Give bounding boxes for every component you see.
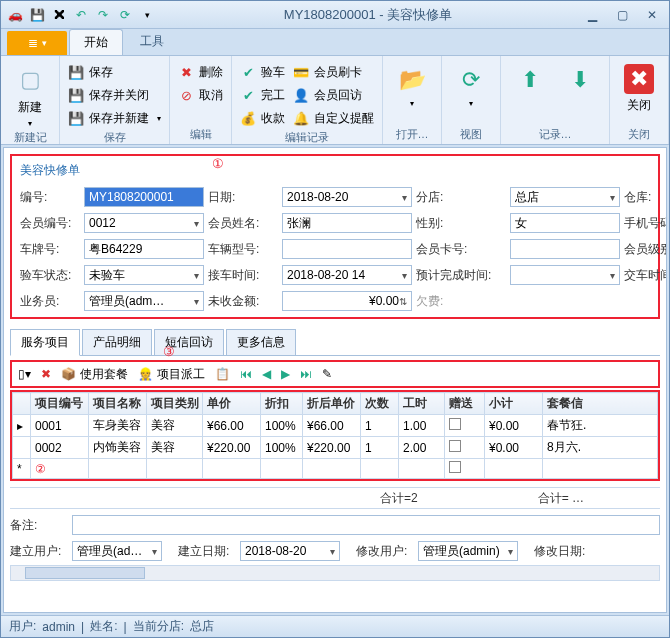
group-record-label: 编辑记录 — [240, 128, 374, 147]
save-button[interactable]: 💾保存 — [68, 62, 161, 82]
input-no[interactable]: MY1808200001 — [84, 187, 204, 207]
next-button[interactable]: ⬇ — [559, 60, 601, 96]
tab-service[interactable]: 服务项目 — [10, 329, 80, 356]
input-member-name[interactable]: 张澜 — [282, 213, 412, 233]
marker-2: ② — [35, 462, 46, 476]
tab-product[interactable]: 产品明细 — [82, 329, 152, 355]
input-card-no[interactable] — [510, 239, 620, 259]
marker-1: ① — [212, 156, 224, 171]
service-grid[interactable]: 项目编号项目名称项目类别 单价折扣折后单价 次数工时赠送 小计套餐信 ▸0001… — [12, 392, 658, 479]
input-member-no[interactable]: 0012▾ — [84, 213, 204, 233]
save-close-icon[interactable]: 🗙 — [51, 7, 67, 23]
new-label: 新建 — [18, 99, 42, 116]
chevron-down-icon: ▾ — [410, 99, 414, 108]
tab-tools[interactable]: 工具 — [125, 28, 179, 55]
add-icon: ▯▾ — [18, 367, 31, 381]
label-warehouse: 仓库: — [624, 189, 667, 206]
cancel-button[interactable]: ⊘取消 — [178, 85, 223, 105]
group-log-label: 记录… — [509, 125, 601, 144]
detail-tabs: 服务项目 产品明细 短信回访③ 更多信息 — [10, 329, 660, 356]
copy-button[interactable]: 📋 — [215, 367, 230, 381]
edit-button[interactable]: ✎ — [322, 367, 332, 381]
input-mod-user[interactable]: 管理员(admin)▾ — [418, 541, 518, 561]
input-remark[interactable] — [72, 515, 660, 535]
package-icon: 📦 — [61, 367, 76, 381]
undo-icon[interactable]: ↶ — [73, 7, 89, 23]
marker-3: ③ — [163, 344, 175, 359]
input-uncollected[interactable]: ¥0.00⇅ — [282, 291, 412, 311]
last-button[interactable]: ⏭ — [300, 367, 312, 381]
redo-icon[interactable]: ↷ — [95, 7, 111, 23]
app-menu-button[interactable]: ≣ ▾ — [7, 31, 67, 55]
chevron-down-icon: ▾ — [28, 119, 32, 128]
maximize-button[interactable]: ▢ — [611, 6, 633, 24]
input-model[interactable] — [282, 239, 412, 259]
open-button[interactable]: 📂▾ — [391, 60, 433, 108]
checkbox[interactable] — [449, 440, 461, 452]
new-button[interactable]: ▢ 新建 ▾ — [9, 60, 51, 128]
table-row-new[interactable]: *② — [13, 459, 658, 479]
label-due-time: 预计完成时间: — [416, 267, 506, 284]
visit-button[interactable]: 👤会员回访 — [293, 85, 374, 105]
card-button[interactable]: 💳会员刷卡 — [293, 62, 374, 82]
save-new-button[interactable]: 💾保存并新建▾ — [68, 108, 161, 128]
checkbox[interactable] — [449, 461, 461, 473]
input-check-state[interactable]: 未验车▾ — [84, 265, 204, 285]
close-button[interactable]: ✖关闭 — [618, 60, 660, 114]
label-member-no: 会员编号: — [20, 215, 80, 232]
label-create-user: 建立用户: — [10, 543, 66, 560]
label-plate: 车牌号: — [20, 241, 80, 258]
tab-more[interactable]: 更多信息 — [226, 329, 296, 355]
delete-row-button[interactable]: ✖ — [41, 367, 51, 381]
close-button[interactable]: ✕ — [641, 6, 663, 24]
input-plate[interactable]: 粤B64229 — [84, 239, 204, 259]
prev-button[interactable]: ⬆ — [509, 60, 551, 96]
input-sales[interactable]: 管理员(adm…▾ — [84, 291, 204, 311]
custom-button[interactable]: 🔔自定义提醒 — [293, 108, 374, 128]
summary-row: 合计=2 合计= … — [10, 487, 660, 509]
next-button[interactable]: ▶ — [281, 367, 290, 381]
tab-sms[interactable]: 短信回访③ — [154, 329, 224, 355]
input-branch[interactable]: 总店▾ — [510, 187, 620, 207]
status-branch: 总店 — [190, 618, 214, 635]
group-close-label: 关闭 — [618, 125, 660, 144]
delete-button[interactable]: ✖删除 — [178, 62, 223, 82]
add-row-button[interactable]: ▯▾ — [18, 367, 31, 381]
chevron-down-icon: ▾ — [42, 38, 47, 48]
label-no: 编号: — [20, 189, 80, 206]
label-phone: 手机号码 — [624, 215, 667, 232]
chevron-down-icon: ▾ — [610, 192, 615, 203]
group-save-label: 保存 — [68, 128, 161, 147]
footer-form: 备注: 建立用户: 管理员(ad…▾ 建立日期: 2018-08-20▾ 修改用… — [10, 515, 660, 561]
table-row[interactable]: ▸0001车身美容美容 ¥66.00100%¥66.00 11.00 ¥0.00… — [13, 415, 658, 437]
minimize-button[interactable]: ▁ — [581, 6, 603, 24]
save-icon[interactable]: 💾 — [29, 7, 45, 23]
prev-icon: ◀ — [262, 367, 271, 381]
input-due-time[interactable]: ▾ — [510, 265, 620, 285]
first-button[interactable]: ⏮ — [240, 367, 252, 381]
refresh-icon[interactable]: ⟳ — [117, 7, 133, 23]
scroll-thumb[interactable] — [25, 567, 145, 579]
label-recv-time: 接车时间: — [208, 267, 278, 284]
table-row[interactable]: 0002内饰美容美容 ¥220.00100%¥220.00 12.00 ¥0.0… — [13, 437, 658, 459]
checkbox[interactable] — [449, 418, 461, 430]
check-button[interactable]: ✔验车 — [240, 62, 285, 82]
input-gender[interactable]: 女 — [510, 213, 620, 233]
input-create-user[interactable]: 管理员(ad…▾ — [72, 541, 162, 561]
input-create-date[interactable]: 2018-08-20▾ — [240, 541, 340, 561]
ribbon-tabs: ≣ ▾ 开始 工具 — [1, 29, 669, 55]
use-package-button[interactable]: 📦使用套餐 — [61, 366, 128, 383]
input-recv-time[interactable]: 2018-08-20 14▾ — [282, 265, 412, 285]
collect-button[interactable]: 💰收款 — [240, 108, 285, 128]
save-close-button[interactable]: 💾保存并关闭 — [68, 85, 161, 105]
input-date[interactable]: 2018-08-20▾ — [282, 187, 412, 207]
form-panel: ① 美容快修单 编号: MY1808200001 日期: 2018-08-20▾… — [10, 154, 660, 319]
horizontal-scrollbar[interactable] — [10, 565, 660, 581]
view-button[interactable]: ⟳▾ — [450, 60, 492, 108]
finish-button[interactable]: ✔完工 — [240, 85, 285, 105]
dispatch-button[interactable]: 👷项目派工 — [138, 366, 205, 383]
grid-header: 项目编号项目名称项目类别 单价折扣折后单价 次数工时赠送 小计套餐信 — [13, 393, 658, 415]
prev-button[interactable]: ◀ — [262, 367, 271, 381]
tab-start[interactable]: 开始 — [69, 29, 123, 55]
qat-dd-icon[interactable]: ▾ — [139, 7, 155, 23]
